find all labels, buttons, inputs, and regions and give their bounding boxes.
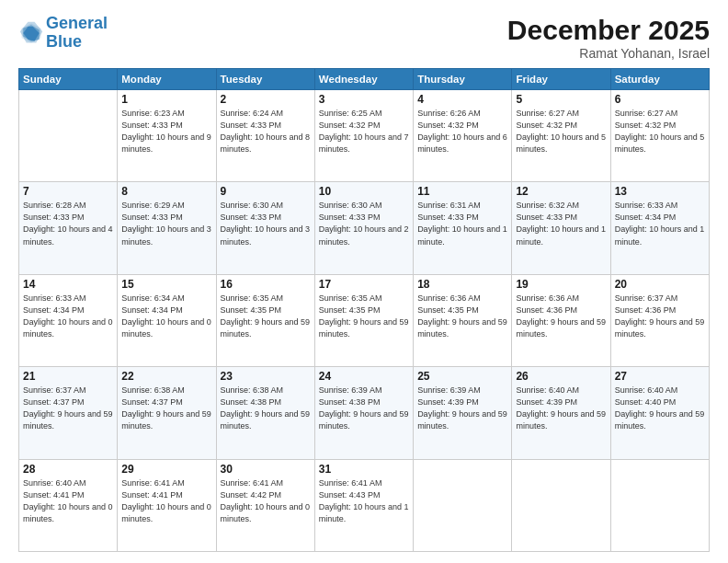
day-number: 3 xyxy=(319,93,409,106)
calendar-cell: 18Sunrise: 6:36 AM Sunset: 4:35 PM Dayli… xyxy=(414,274,512,366)
day-number: 29 xyxy=(121,463,211,476)
calendar-cell xyxy=(512,459,610,551)
day-info: Sunrise: 6:28 AM Sunset: 4:33 PM Dayligh… xyxy=(23,200,113,247)
weekday-header-tuesday: Tuesday xyxy=(216,69,314,90)
calendar-header: SundayMondayTuesdayWednesdayThursdayFrid… xyxy=(19,69,710,90)
calendar-cell: 3Sunrise: 6:25 AM Sunset: 4:32 PM Daylig… xyxy=(314,90,413,182)
day-info: Sunrise: 6:36 AM Sunset: 4:36 PM Dayligh… xyxy=(516,293,606,340)
day-number: 7 xyxy=(23,185,113,198)
day-info: Sunrise: 6:37 AM Sunset: 4:37 PM Dayligh… xyxy=(23,385,113,432)
day-info: Sunrise: 6:27 AM Sunset: 4:32 PM Dayligh… xyxy=(516,108,606,155)
calendar-cell: 8Sunrise: 6:29 AM Sunset: 4:33 PM Daylig… xyxy=(118,182,216,274)
weekday-header-monday: Monday xyxy=(118,69,216,90)
calendar-cell: 2Sunrise: 6:24 AM Sunset: 4:33 PM Daylig… xyxy=(216,90,314,182)
day-number: 24 xyxy=(319,370,409,383)
day-number: 21 xyxy=(23,370,113,383)
calendar-cell: 15Sunrise: 6:34 AM Sunset: 4:34 PM Dayli… xyxy=(118,274,216,366)
weekday-header-thursday: Thursday xyxy=(414,69,512,90)
calendar-cell: 29Sunrise: 6:41 AM Sunset: 4:41 PM Dayli… xyxy=(118,459,216,551)
day-info: Sunrise: 6:36 AM Sunset: 4:35 PM Dayligh… xyxy=(417,293,507,340)
day-number: 10 xyxy=(319,185,409,198)
day-number: 22 xyxy=(121,370,211,383)
day-info: Sunrise: 6:41 AM Sunset: 4:41 PM Dayligh… xyxy=(121,477,211,525)
day-number: 2 xyxy=(221,93,311,106)
calendar-cell: 27Sunrise: 6:40 AM Sunset: 4:40 PM Dayli… xyxy=(610,367,709,459)
day-number: 5 xyxy=(516,93,606,106)
day-info: Sunrise: 6:35 AM Sunset: 4:35 PM Dayligh… xyxy=(319,293,409,340)
calendar-cell: 24Sunrise: 6:39 AM Sunset: 4:38 PM Dayli… xyxy=(314,367,413,459)
day-number: 12 xyxy=(516,185,606,198)
day-info: Sunrise: 6:33 AM Sunset: 4:34 PM Dayligh… xyxy=(615,200,705,247)
calendar-body: 1Sunrise: 6:23 AM Sunset: 4:33 PM Daylig… xyxy=(19,90,710,552)
day-number: 8 xyxy=(121,185,211,198)
day-info: Sunrise: 6:25 AM Sunset: 4:32 PM Dayligh… xyxy=(319,108,409,155)
day-info: Sunrise: 6:24 AM Sunset: 4:33 PM Dayligh… xyxy=(221,108,311,155)
calendar-cell: 6Sunrise: 6:27 AM Sunset: 4:32 PM Daylig… xyxy=(610,90,709,182)
day-number: 14 xyxy=(23,278,113,291)
header: General Blue December 2025 Ramat Yohanan… xyxy=(18,15,710,61)
calendar-cell: 28Sunrise: 6:40 AM Sunset: 4:41 PM Dayli… xyxy=(19,459,118,551)
title-block: December 2025 Ramat Yohanan, Israel xyxy=(507,15,710,61)
calendar-cell: 10Sunrise: 6:30 AM Sunset: 4:33 PM Dayli… xyxy=(314,182,413,274)
calendar-cell: 16Sunrise: 6:35 AM Sunset: 4:35 PM Dayli… xyxy=(216,274,314,366)
day-info: Sunrise: 6:34 AM Sunset: 4:34 PM Dayligh… xyxy=(121,293,211,340)
calendar-week-row: 7Sunrise: 6:28 AM Sunset: 4:33 PM Daylig… xyxy=(19,182,710,274)
day-info: Sunrise: 6:31 AM Sunset: 4:33 PM Dayligh… xyxy=(417,200,507,247)
calendar-cell: 13Sunrise: 6:33 AM Sunset: 4:34 PM Dayli… xyxy=(610,182,709,274)
page: General Blue December 2025 Ramat Yohanan… xyxy=(0,0,728,563)
day-number: 17 xyxy=(319,278,409,291)
weekday-header-wednesday: Wednesday xyxy=(314,69,413,90)
day-number: 11 xyxy=(417,185,507,198)
day-info: Sunrise: 6:40 AM Sunset: 4:39 PM Dayligh… xyxy=(516,385,606,432)
day-info: Sunrise: 6:26 AM Sunset: 4:32 PM Dayligh… xyxy=(417,108,507,155)
logo-icon xyxy=(18,20,44,46)
calendar-cell: 31Sunrise: 6:41 AM Sunset: 4:43 PM Dayli… xyxy=(314,459,413,551)
day-info: Sunrise: 6:38 AM Sunset: 4:37 PM Dayligh… xyxy=(121,385,211,432)
day-info: Sunrise: 6:30 AM Sunset: 4:33 PM Dayligh… xyxy=(221,200,311,247)
weekday-header-sunday: Sunday xyxy=(19,69,118,90)
day-info: Sunrise: 6:37 AM Sunset: 4:36 PM Dayligh… xyxy=(615,293,705,340)
calendar-cell: 4Sunrise: 6:26 AM Sunset: 4:32 PM Daylig… xyxy=(414,90,512,182)
calendar-cell xyxy=(610,459,709,551)
day-info: Sunrise: 6:33 AM Sunset: 4:34 PM Dayligh… xyxy=(23,293,113,340)
day-number: 15 xyxy=(121,278,211,291)
day-info: Sunrise: 6:39 AM Sunset: 4:38 PM Dayligh… xyxy=(319,385,409,432)
day-number: 16 xyxy=(221,278,311,291)
calendar-cell: 23Sunrise: 6:38 AM Sunset: 4:38 PM Dayli… xyxy=(216,367,314,459)
day-number: 18 xyxy=(417,278,507,291)
day-info: Sunrise: 6:23 AM Sunset: 4:33 PM Dayligh… xyxy=(121,108,211,155)
calendar-cell: 30Sunrise: 6:41 AM Sunset: 4:42 PM Dayli… xyxy=(216,459,314,551)
day-info: Sunrise: 6:32 AM Sunset: 4:33 PM Dayligh… xyxy=(516,200,606,247)
calendar-cell: 11Sunrise: 6:31 AM Sunset: 4:33 PM Dayli… xyxy=(414,182,512,274)
calendar-week-row: 28Sunrise: 6:40 AM Sunset: 4:41 PM Dayli… xyxy=(19,459,710,551)
day-info: Sunrise: 6:40 AM Sunset: 4:40 PM Dayligh… xyxy=(615,385,705,432)
day-info: Sunrise: 6:35 AM Sunset: 4:35 PM Dayligh… xyxy=(221,293,311,340)
day-info: Sunrise: 6:41 AM Sunset: 4:42 PM Dayligh… xyxy=(221,477,311,525)
calendar-cell: 26Sunrise: 6:40 AM Sunset: 4:39 PM Dayli… xyxy=(512,367,610,459)
month-title: December 2025 xyxy=(507,15,710,46)
day-number: 23 xyxy=(221,370,311,383)
logo: General Blue xyxy=(18,15,108,52)
day-number: 27 xyxy=(615,370,705,383)
day-info: Sunrise: 6:41 AM Sunset: 4:43 PM Dayligh… xyxy=(319,477,409,525)
day-number: 28 xyxy=(23,463,113,476)
day-number: 1 xyxy=(121,93,211,106)
calendar-cell: 17Sunrise: 6:35 AM Sunset: 4:35 PM Dayli… xyxy=(314,274,413,366)
logo-blue: Blue xyxy=(46,32,82,51)
calendar-week-row: 21Sunrise: 6:37 AM Sunset: 4:37 PM Dayli… xyxy=(19,367,710,459)
calendar-week-row: 14Sunrise: 6:33 AM Sunset: 4:34 PM Dayli… xyxy=(19,274,710,366)
calendar-cell: 22Sunrise: 6:38 AM Sunset: 4:37 PM Dayli… xyxy=(118,367,216,459)
calendar-week-row: 1Sunrise: 6:23 AM Sunset: 4:33 PM Daylig… xyxy=(19,90,710,182)
day-number: 20 xyxy=(615,278,705,291)
day-info: Sunrise: 6:40 AM Sunset: 4:41 PM Dayligh… xyxy=(23,477,113,525)
calendar-cell: 7Sunrise: 6:28 AM Sunset: 4:33 PM Daylig… xyxy=(19,182,118,274)
day-number: 9 xyxy=(221,185,311,198)
calendar-cell: 25Sunrise: 6:39 AM Sunset: 4:39 PM Dayli… xyxy=(414,367,512,459)
calendar-cell xyxy=(19,90,118,182)
day-number: 19 xyxy=(516,278,606,291)
calendar-cell xyxy=(414,459,512,551)
day-info: Sunrise: 6:38 AM Sunset: 4:38 PM Dayligh… xyxy=(221,385,311,432)
day-number: 25 xyxy=(417,370,507,383)
day-number: 4 xyxy=(417,93,507,106)
calendar-cell: 20Sunrise: 6:37 AM Sunset: 4:36 PM Dayli… xyxy=(610,274,709,366)
